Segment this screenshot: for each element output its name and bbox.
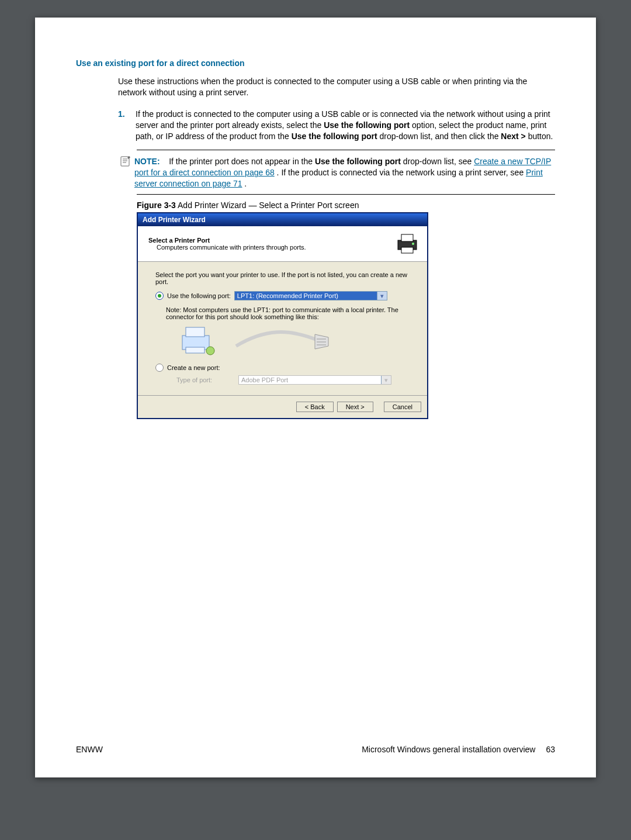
document-page: Use an existing port for a direct connec… (35, 18, 596, 777)
radio-use-following-port[interactable]: Use the following port: LPT1: (Recommend… (155, 291, 410, 300)
figure-label: Figure 3-3 (137, 201, 176, 210)
svg-rect-9 (186, 327, 204, 337)
dropdown-value: Adobe PDF Port (239, 376, 381, 384)
text: drop-down list, see (403, 157, 474, 166)
wizard-button-row: < Back Next > Cancel (138, 395, 427, 418)
port-dropdown[interactable]: LPT1: (Recommended Printer Port) ▾ (234, 291, 387, 300)
svg-point-7 (412, 243, 414, 245)
bold-text: Use the following port (324, 120, 410, 130)
svg-rect-5 (401, 234, 413, 241)
port-type-dropdown: Adobe PDF Port ▾ (238, 375, 391, 385)
divider (137, 150, 555, 150)
text: . If the product is connected via the ne… (277, 168, 526, 177)
section-heading: Use an existing port for a direct connec… (76, 58, 555, 68)
wizard-instruction: Select the port you want your printer to… (155, 271, 410, 285)
svg-rect-10 (186, 347, 204, 353)
wizard-body: Select the port you want your printer to… (138, 262, 427, 395)
page-footer: ENWW Microsoft Windows general installat… (76, 745, 555, 754)
note-label: NOTE: (134, 157, 160, 166)
printer-icon (396, 232, 419, 255)
svg-point-11 (206, 347, 214, 355)
note-text: NOTE: If the printer port does not appea… (134, 156, 555, 189)
note-icon (120, 156, 134, 189)
bold-text: Next > (501, 132, 525, 141)
footer-section-title: Microsoft Windows general installation o… (362, 745, 535, 754)
text: drop-down list, and then click the (380, 132, 501, 141)
port-note-text: Note: Most computers use the LPT1: port … (166, 306, 400, 320)
intro-paragraph: Use these instructions when the product … (118, 76, 555, 98)
radio-create-new-port[interactable]: Create a new port: (155, 364, 410, 372)
wizard-header: Select a Printer Port Computers communic… (138, 226, 427, 262)
figure-caption: Figure 3-3 Add Printer Wizard — Select a… (137, 201, 555, 210)
radio-label: Use the following port: (167, 292, 231, 299)
wizard-header-subtitle: Computers communicate with printers thro… (157, 244, 396, 251)
divider (137, 194, 555, 195)
connector-illustration (178, 324, 330, 358)
radio-icon (155, 364, 164, 372)
text: . (244, 179, 247, 188)
svg-rect-6 (401, 247, 413, 253)
page-number: 63 (546, 745, 555, 754)
footer-left: ENWW (76, 745, 103, 754)
radio-icon (155, 292, 164, 300)
step-1: 1. If the product is connected to the co… (118, 109, 555, 142)
cancel-button[interactable]: Cancel (384, 402, 421, 412)
type-of-port-label: Type of port: (176, 376, 235, 383)
chevron-down-icon: ▾ (381, 376, 391, 384)
text: button. (528, 132, 553, 141)
add-printer-wizard-window: Add Printer Wizard Select a Printer Port… (137, 212, 428, 419)
bold-text: Use the following port (292, 132, 377, 141)
type-of-port-row: Type of port: Adobe PDF Port ▾ (155, 375, 410, 385)
step-text: If the product is connected to the compu… (136, 109, 555, 142)
wizard-header-title: Select a Printer Port (148, 237, 396, 244)
window-titlebar: Add Printer Wizard (138, 213, 427, 226)
back-button[interactable]: < Back (296, 402, 334, 412)
note-block: NOTE: If the printer port does not appea… (120, 156, 555, 189)
radio-label: Create a new port: (167, 364, 220, 371)
chevron-down-icon[interactable]: ▾ (377, 292, 387, 300)
next-button[interactable]: Next > (337, 402, 373, 412)
figure-caption-text: Add Printer Wizard — Select a Printer Po… (176, 201, 359, 210)
step-number: 1. (118, 109, 136, 142)
bold-text: Use the following port (315, 157, 401, 166)
text: If the printer port does not appear in t… (169, 157, 315, 166)
dropdown-value: LPT1: (Recommended Printer Port) (235, 292, 377, 300)
